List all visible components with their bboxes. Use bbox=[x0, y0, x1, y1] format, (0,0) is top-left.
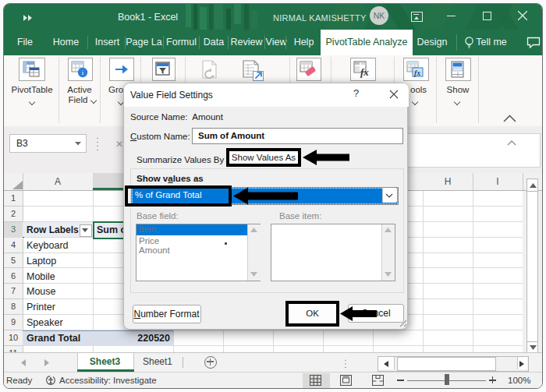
svg-text:fx: fx bbox=[360, 66, 369, 78]
svg-text:fx: fx bbox=[414, 69, 420, 77]
